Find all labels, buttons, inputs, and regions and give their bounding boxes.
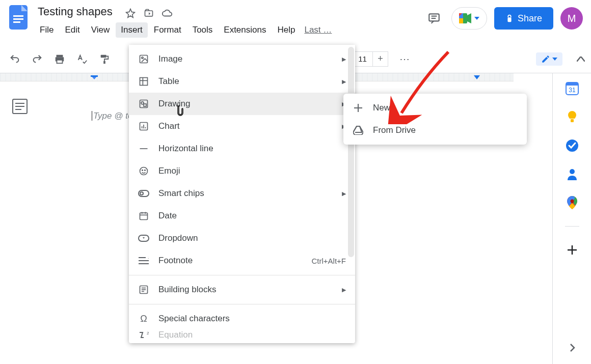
menu-label: Dropdown	[158, 233, 198, 243]
cloud-status-icon[interactable]	[162, 8, 173, 19]
font-size-value[interactable]: 11	[353, 51, 373, 67]
hide-sidepanel-icon[interactable]	[565, 341, 579, 355]
insert-date[interactable]: Date	[129, 205, 355, 227]
drawing-icon	[138, 98, 149, 109]
paint-format-icon[interactable]	[98, 52, 111, 66]
menu-format[interactable]: Format	[149, 22, 186, 38]
menu-shortcut: Ctrl+Alt+F	[311, 257, 346, 265]
menu-tools[interactable]: Tools	[187, 22, 218, 38]
building-blocks-icon	[138, 284, 149, 295]
get-addons-icon[interactable]	[565, 243, 579, 257]
svg-rect-5	[429, 14, 439, 21]
right-indent-marker[interactable]	[474, 75, 480, 80]
insert-horizontal-line[interactable]: Horizontal line	[129, 137, 355, 160]
header: Testing shapes File Edit View Insert For…	[0, 0, 591, 45]
menu-extensions[interactable]: Extensions	[219, 22, 271, 38]
move-icon[interactable]	[143, 8, 154, 19]
menu-insert[interactable]: Insert	[116, 22, 148, 38]
keep-addon-icon[interactable]	[565, 110, 579, 124]
svg-rect-3	[13, 21, 20, 23]
drawing-submenu: New From Drive	[343, 94, 527, 145]
svg-point-33	[142, 57, 143, 59]
redo-icon[interactable]	[31, 52, 44, 66]
smart-chips-icon	[138, 188, 149, 199]
menu-label: Date	[158, 211, 177, 221]
image-icon	[138, 53, 149, 65]
menu-label: Image	[158, 54, 182, 64]
font-size-increase[interactable]: +	[373, 51, 388, 67]
drawing-new[interactable]: New	[343, 97, 527, 119]
insert-building-blocks[interactable]: Building blocks▶	[129, 278, 355, 301]
star-icon[interactable]	[125, 8, 136, 19]
svg-rect-17	[103, 61, 105, 64]
footnote-icon: 1	[138, 255, 149, 266]
collapse-toolbar-icon[interactable]	[577, 57, 585, 62]
svg-rect-1	[13, 15, 23, 17]
document-title[interactable]: Testing shapes	[35, 4, 116, 19]
plus-icon	[353, 102, 364, 114]
tasks-addon-icon[interactable]	[565, 138, 579, 153]
insert-dropdown[interactable]: Dropdown	[129, 227, 355, 249]
calendar-addon-icon[interactable]: 31	[565, 81, 579, 96]
menu-view[interactable]: View	[86, 22, 115, 38]
svg-rect-18	[91, 75, 98, 77]
svg-point-47	[145, 170, 146, 171]
menu-label: Emoji	[158, 166, 180, 176]
insert-menu-dropdown: Image▶ Table▶ Drawing▶ Chart▶ Horizontal…	[129, 45, 355, 343]
svg-rect-2	[13, 18, 23, 20]
menu-label: Special characters	[158, 314, 230, 324]
share-button[interactable]: Share	[494, 7, 553, 30]
chart-icon	[138, 121, 149, 132]
show-outline-icon[interactable]	[12, 99, 28, 114]
docs-logo[interactable]	[8, 4, 29, 31]
insert-equation[interactable]: 2Equation	[129, 330, 355, 340]
menu-label: Drawing	[158, 99, 190, 109]
drive-icon	[353, 125, 364, 136]
svg-rect-23	[566, 82, 578, 86]
user-avatar[interactable]: M	[560, 7, 583, 30]
header-right: Share M	[424, 4, 583, 30]
insert-drawing[interactable]: Drawing▶	[129, 93, 355, 115]
spellcheck-icon[interactable]	[75, 52, 89, 66]
maps-addon-icon[interactable]	[565, 195, 579, 210]
print-icon[interactable]	[53, 52, 66, 66]
insert-image[interactable]: Image▶	[129, 48, 355, 70]
insert-special-characters[interactable]: ΩSpecial characters	[129, 307, 355, 330]
insert-emoji[interactable]: Emoji	[129, 160, 355, 182]
svg-point-49	[140, 192, 143, 195]
horizontal-line-icon	[138, 143, 149, 154]
menu-separator	[129, 275, 355, 275]
contacts-addon-icon[interactable]	[565, 167, 579, 181]
toolbar-more-icon[interactable]: ⋯	[399, 53, 411, 65]
comment-history-icon[interactable]	[424, 8, 444, 29]
editing-mode-button[interactable]	[536, 52, 562, 66]
menu-edit[interactable]: Edit	[60, 22, 85, 38]
menu-help[interactable]: Help	[272, 22, 300, 38]
svg-point-45	[140, 167, 148, 175]
menu-label: Chart	[158, 121, 180, 131]
submenu-arrow-icon: ▶	[342, 287, 346, 293]
svg-rect-32	[140, 55, 148, 63]
special-characters-icon: Ω	[138, 313, 149, 324]
table-icon	[138, 76, 149, 87]
left-indent-marker[interactable]	[91, 75, 98, 81]
menu-file[interactable]: File	[35, 22, 59, 38]
menu-label: Equation	[158, 330, 193, 340]
undo-icon[interactable]	[8, 52, 21, 66]
date-icon	[138, 210, 149, 221]
menu-label: New	[373, 103, 390, 113]
menu-label: From Drive	[373, 125, 416, 135]
svg-rect-25	[571, 119, 574, 122]
meet-button[interactable]	[451, 7, 487, 30]
last-edit-link[interactable]: Last …	[304, 25, 332, 35]
insert-smart-chips[interactable]: Smart chips▶	[129, 182, 355, 205]
menubar: File Edit View Insert Format Tools Exten…	[35, 22, 332, 38]
insert-chart[interactable]: Chart▶	[129, 115, 355, 137]
sidepanel-divider	[565, 226, 579, 227]
side-panel: 31	[552, 73, 591, 364]
svg-rect-10	[459, 18, 463, 23]
drawing-from-drive[interactable]: From Drive	[343, 119, 527, 142]
svg-rect-14	[57, 60, 63, 63]
insert-table[interactable]: Table▶	[129, 70, 355, 93]
insert-footnote[interactable]: 1FootnoteCtrl+Alt+F	[129, 249, 355, 272]
